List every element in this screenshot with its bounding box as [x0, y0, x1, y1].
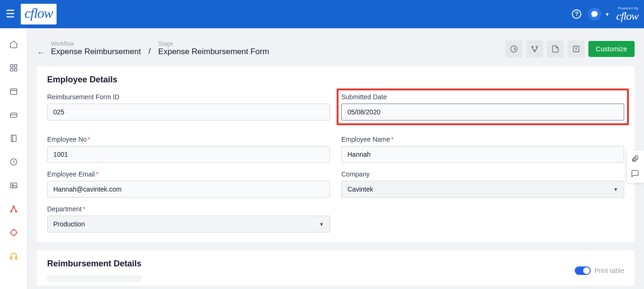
field-employee-no: Employee No*: [47, 136, 330, 163]
pdf-icon[interactable]: [547, 40, 564, 57]
svg-rect-1: [14, 64, 17, 67]
field-form-id: Reimbursement Form ID: [47, 93, 330, 128]
powered-by: Powered By cflow: [616, 7, 638, 22]
svg-point-27: [536, 46, 537, 48]
image-icon[interactable]: [9, 181, 18, 190]
main-content: ← Workflow Expense Reimbursement / Stage…: [27, 28, 644, 289]
toggle-switch[interactable]: [575, 266, 591, 275]
header-actions: Customize: [505, 40, 635, 57]
calendar-icon[interactable]: [9, 87, 18, 96]
sidebar: [0, 28, 27, 289]
field-label: Reimbursement Form ID: [47, 93, 330, 101]
svg-rect-11: [10, 183, 17, 188]
breadcrumb-value: Expense Reimbursement: [51, 47, 141, 56]
back-icon[interactable]: ←: [37, 48, 45, 58]
topbar-right: ? ▼ Powered By cflow: [572, 7, 638, 22]
svg-rect-2: [10, 69, 13, 71]
department-select[interactable]: Production ▼: [47, 216, 330, 233]
svg-rect-0: [10, 64, 13, 67]
branch-icon[interactable]: [526, 40, 543, 57]
home-icon[interactable]: [9, 40, 18, 49]
report-icon[interactable]: [568, 40, 585, 57]
table-placeholder: [47, 275, 141, 282]
svg-point-14: [10, 211, 12, 212]
breadcrumb-value: Expense Reimbursement Form: [158, 47, 269, 56]
target-icon[interactable]: [9, 228, 18, 237]
powered-by-logo: cflow: [616, 10, 638, 22]
employee-name-input[interactable]: [341, 146, 624, 163]
chevron-down-icon[interactable]: ▼: [605, 12, 610, 17]
employee-details-card: Employee Details Reimbursement Form ID S…: [37, 66, 635, 242]
submitted-date-highlight: Submitted Date: [337, 88, 629, 125]
grid-icon[interactable]: [9, 63, 18, 72]
svg-rect-23: [10, 257, 12, 259]
attachment-icon[interactable]: [631, 154, 640, 164]
chevron-down-icon: ▼: [613, 187, 618, 192]
chevron-down-icon: ▼: [319, 222, 324, 227]
svg-line-16: [11, 207, 13, 211]
run-icon[interactable]: [505, 40, 522, 57]
help-icon[interactable]: ?: [572, 9, 581, 19]
topbar: ☰ cflow ? ▼ Powered By cflow: [0, 0, 644, 28]
svg-point-28: [534, 50, 535, 52]
select-value: Cavintek: [347, 185, 373, 193]
svg-point-18: [11, 230, 17, 235]
field-label: Employee No*: [47, 136, 330, 143]
field-label: Employee Email*: [47, 170, 330, 178]
form-id-input[interactable]: [47, 104, 330, 120]
field-company: Company Cavintek ▼: [341, 170, 624, 198]
reimbursement-details-card: Reimbursement Details Print table: [37, 250, 635, 286]
field-label: Submitted Date: [341, 93, 624, 101]
svg-point-25: [511, 46, 517, 52]
svg-rect-3: [14, 69, 17, 71]
history-icon[interactable]: [9, 157, 18, 167]
print-table-toggle[interactable]: Print table: [575, 266, 624, 275]
messenger-icon[interactable]: [588, 8, 601, 21]
submitted-date-input[interactable]: [341, 104, 624, 120]
svg-point-13: [13, 206, 14, 207]
headphones-icon[interactable]: [9, 251, 18, 261]
employee-no-input[interactable]: [47, 146, 330, 163]
breadcrumb-separator: /: [149, 47, 151, 56]
comment-icon[interactable]: [631, 169, 640, 179]
svg-line-17: [14, 207, 16, 211]
field-employee-name: Employee Name*: [341, 136, 624, 163]
field-employee-email: Employee Email*: [47, 170, 330, 198]
toggle-label: Print table: [594, 267, 624, 274]
network-icon[interactable]: [9, 204, 18, 214]
breadcrumb-workflow[interactable]: Workflow Expense Reimbursement: [51, 40, 141, 56]
svg-point-26: [532, 46, 533, 48]
field-label: Department*: [47, 205, 330, 213]
breadcrumb-label: Stage: [158, 40, 269, 47]
select-value: Production: [53, 220, 85, 228]
customize-button[interactable]: Customize: [588, 41, 635, 57]
employee-email-input[interactable]: [47, 181, 330, 198]
card-icon[interactable]: [9, 110, 18, 120]
field-label: Company: [341, 170, 624, 178]
logo-text: cflow: [25, 5, 53, 21]
page-header: ← Workflow Expense Reimbursement / Stage…: [37, 37, 635, 63]
svg-point-15: [15, 211, 17, 212]
svg-point-12: [12, 185, 13, 186]
field-submitted-date: Submitted Date: [341, 93, 624, 120]
field-label: Employee Name*: [341, 136, 624, 143]
section-title: Reimbursement Details: [47, 259, 141, 269]
svg-rect-4: [10, 89, 17, 95]
svg-rect-8: [11, 135, 16, 142]
field-department: Department* Production ▼: [47, 205, 330, 233]
logo[interactable]: cflow: [21, 4, 57, 24]
book-icon[interactable]: [9, 134, 18, 143]
breadcrumb-stage[interactable]: Stage Expense Reimbursement Form: [158, 40, 269, 56]
company-select[interactable]: Cavintek ▼: [341, 181, 624, 198]
svg-rect-24: [15, 257, 17, 259]
section-title: Employee Details: [47, 75, 624, 85]
breadcrumb-label: Workflow: [51, 40, 141, 47]
menu-icon[interactable]: ☰: [6, 8, 15, 20]
floating-actions: [627, 151, 644, 183]
